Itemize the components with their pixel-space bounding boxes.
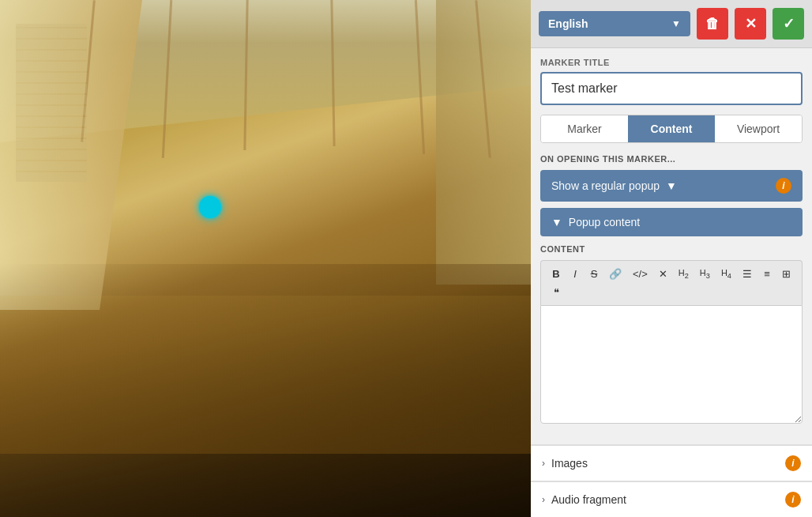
panorama-view xyxy=(0,0,531,517)
popup-type-dropdown[interactable]: Show a regular popup ▼ i xyxy=(540,170,803,202)
tab-content[interactable]: Content xyxy=(628,115,715,142)
language-label: English xyxy=(548,17,588,30)
confirm-icon: ✓ xyxy=(783,15,795,32)
tab-viewport[interactable]: Viewport xyxy=(715,115,802,142)
popup-dropdown-label: Show a regular popup xyxy=(551,179,660,192)
editor-bold[interactable]: B xyxy=(547,266,565,282)
editor-quote[interactable]: ❝ xyxy=(547,284,565,300)
editor-h4[interactable]: H4 xyxy=(716,266,736,282)
close-button[interactable]: ✕ xyxy=(735,8,766,40)
tab-group: Marker Content Viewport xyxy=(540,115,803,143)
language-dropdown[interactable]: English ▼ xyxy=(539,11,690,36)
right-panel: English ▼ 🗑 ✕ ✓ MARKER TITLE Marker Cont… xyxy=(531,0,812,517)
content-label: CONTENT xyxy=(540,244,803,254)
strut-5 xyxy=(415,0,425,154)
delete-icon: 🗑 xyxy=(705,16,720,32)
floor-glow xyxy=(0,296,531,454)
close-icon: ✕ xyxy=(745,15,757,32)
popup-dropdown-chevron: ▼ xyxy=(666,179,677,192)
form-area: MARKER TITLE Marker Content Viewport ON … xyxy=(531,48,812,444)
expandable-sections: › Images i › Audio fragment i xyxy=(531,444,812,517)
editor-media[interactable]: ⊞ xyxy=(777,266,795,282)
toolbar: English ▼ 🗑 ✕ ✓ xyxy=(531,0,812,48)
marker-dot[interactable] xyxy=(199,196,221,218)
louver-left xyxy=(16,24,87,182)
images-chevron: › xyxy=(542,458,545,469)
marker-title-label: MARKER TITLE xyxy=(540,58,803,67)
images-section[interactable]: › Images i xyxy=(531,445,812,481)
editor-content-area[interactable] xyxy=(540,305,803,424)
editor-unordered-list[interactable]: ☰ xyxy=(738,266,757,282)
wall-right xyxy=(436,0,531,285)
audio-fragment-section[interactable]: › Audio fragment i xyxy=(531,481,812,517)
popup-content-chevron: ▼ xyxy=(551,216,562,228)
editor-h2[interactable]: H2 xyxy=(674,266,694,282)
language-chevron: ▼ xyxy=(671,18,681,29)
on-opening-label: ON OPENING THIS MARKER... xyxy=(540,154,803,164)
strut-3 xyxy=(243,0,248,150)
audio-label: Audio fragment xyxy=(551,493,626,506)
delete-button[interactable]: 🗑 xyxy=(697,8,728,40)
popup-content-accordion[interactable]: ▼ Popup content xyxy=(540,208,803,236)
editor-code[interactable]: </> xyxy=(628,266,652,282)
images-info-icon: i xyxy=(785,455,801,471)
audio-info-icon: i xyxy=(785,492,801,508)
editor-h3[interactable]: H3 xyxy=(695,266,715,282)
confirm-button[interactable]: ✓ xyxy=(773,8,804,40)
tab-marker[interactable]: Marker xyxy=(541,115,628,142)
editor-italic[interactable]: I xyxy=(566,266,584,282)
popup-content-label: Popup content xyxy=(569,216,640,228)
editor-toolbar: B I S 🔗 </> ✕ H2 H3 H4 ☰ ≡ ⊞ ❝ xyxy=(540,260,803,305)
strut-4 xyxy=(330,0,335,146)
marker-title-input[interactable] xyxy=(540,72,803,105)
strut-2 xyxy=(162,0,172,158)
editor-clear[interactable]: ✕ xyxy=(654,266,672,282)
audio-chevron: › xyxy=(542,494,545,505)
content-section: CONTENT B I S 🔗 </> ✕ H2 H3 H4 ☰ ≡ ⊞ ❝ xyxy=(540,244,803,427)
editor-strikethrough[interactable]: S xyxy=(585,266,603,282)
images-label: Images xyxy=(551,457,588,470)
editor-ordered-list[interactable]: ≡ xyxy=(758,266,776,282)
editor-link[interactable]: 🔗 xyxy=(604,266,626,282)
popup-type-info-icon: i xyxy=(776,178,791,194)
